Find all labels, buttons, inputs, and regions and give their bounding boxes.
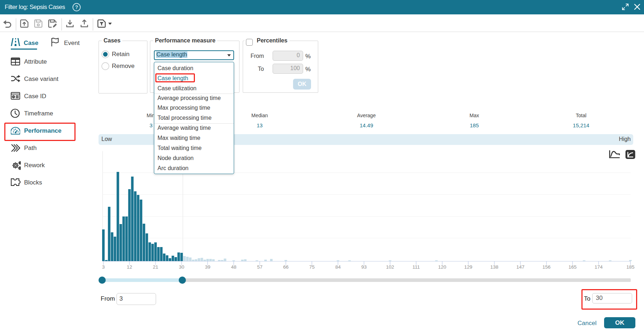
svg-text:21: 21: [153, 264, 158, 270]
svg-text:57: 57: [257, 264, 262, 270]
svg-text:111: 111: [412, 264, 420, 270]
svg-text:165: 165: [568, 264, 577, 270]
svg-text:3: 3: [102, 264, 105, 270]
svg-text:120: 120: [438, 264, 447, 270]
svg-text:102: 102: [386, 264, 394, 270]
svg-text:93: 93: [361, 264, 367, 270]
svg-text:66: 66: [283, 264, 288, 270]
svg-text:75: 75: [309, 264, 315, 270]
svg-text:147: 147: [516, 264, 525, 270]
svg-text:185: 185: [626, 264, 635, 270]
svg-text:84: 84: [335, 264, 341, 270]
svg-text:174: 174: [594, 264, 603, 270]
svg-text:39: 39: [205, 264, 210, 270]
svg-text:30: 30: [179, 264, 184, 270]
svg-text:48: 48: [231, 264, 236, 270]
svg-text:156: 156: [542, 264, 551, 270]
svg-text:?: ?: [75, 4, 78, 10]
svg-text:138: 138: [490, 264, 499, 270]
svg-text:129: 129: [464, 264, 472, 270]
svg-text:12: 12: [127, 264, 132, 270]
